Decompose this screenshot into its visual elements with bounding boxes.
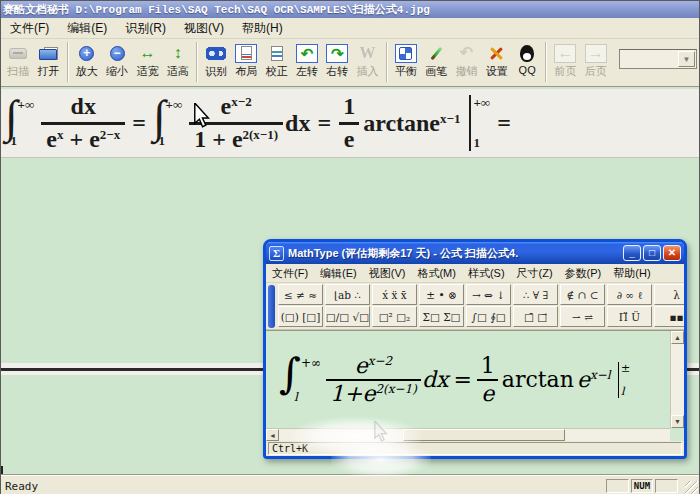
zoom-in-button[interactable]: + 放大	[72, 40, 102, 84]
settings-button[interactable]: 设置	[482, 40, 512, 84]
mt-menu-view[interactable]: 视图(V)	[363, 264, 412, 283]
pen-button[interactable]: 画笔	[421, 40, 451, 84]
template-fences[interactable]: (□) [□]	[278, 306, 323, 327]
prev-page-button[interactable]: ← 前页	[550, 40, 580, 84]
toolbar-separator	[67, 42, 69, 82]
close-button[interactable]: ✕	[663, 245, 681, 261]
qq-penguin-icon	[515, 43, 539, 63]
qq-button[interactable]: QQ	[512, 40, 542, 84]
scanned-image-strip: ∫ +∞1 dx ex + e2−x = ∫ +∞1 ex−2 1 + e2(x…	[1, 89, 699, 157]
insert-word-icon: W	[356, 43, 380, 63]
scan-button[interactable]: 扫描	[3, 40, 33, 84]
mathtype-window[interactable]: Σ MathType (评估期剩余17 天) - 公式 扫描公式4. _ □ ✕…	[263, 239, 687, 459]
maximize-button[interactable]: □	[643, 245, 661, 261]
toolbar-separator	[196, 42, 198, 82]
fit-width-button[interactable]: ↔ 适宽	[132, 40, 162, 84]
mt-menu-size[interactable]: 尺寸(Z)	[511, 264, 559, 283]
fit-width-icon: ↔	[135, 43, 159, 63]
template-overbars[interactable]: □̄ □⃗	[513, 306, 558, 327]
undo-icon: ↶	[455, 43, 479, 63]
zoom-out-icon: −	[105, 43, 129, 63]
evaluation-bar: +∞1	[469, 95, 490, 151]
mathtype-title-bar[interactable]: Σ MathType (评估期剩余17 天) - 公式 扫描公式4. _ □ ✕	[266, 242, 684, 264]
open-folder-icon	[36, 43, 60, 63]
palette-spaces[interactable]: ⌊ab ∴	[325, 284, 370, 305]
insert-button[interactable]: W 插入	[352, 40, 382, 84]
recognize-button[interactable]: 识别	[201, 40, 231, 84]
calibrate-doc-icon	[265, 43, 289, 63]
status-panel-empty	[606, 479, 629, 493]
template-labeled-arrows[interactable]: ⇀ ⇌	[560, 306, 605, 327]
resize-grip[interactable]	[685, 481, 698, 494]
toolbar-grip-handle[interactable]	[268, 285, 275, 328]
template-sums[interactable]: Σ□ Σ□	[419, 306, 464, 327]
scroll-down-icon[interactable]: ▼	[671, 415, 684, 428]
fit-height-icon: ↕	[166, 43, 190, 63]
horizontal-scrollbar[interactable]: ◄	[266, 428, 670, 441]
recognize-binoculars-icon	[204, 43, 228, 63]
fraction-3: 1 e	[338, 93, 360, 153]
palette-logic[interactable]: ∴ ∀ ∃	[513, 284, 558, 305]
calibrate-button[interactable]: 校正	[262, 40, 292, 84]
vertical-scrollbar[interactable]: ▲ ▼	[670, 331, 684, 428]
layout-button[interactable]: 布局	[231, 40, 261, 84]
menu-file[interactable]: 文件(F)	[1, 18, 58, 39]
template-fractions-radicals[interactable]: □∕□ √□	[325, 306, 370, 327]
menu-help[interactable]: 帮助(H)	[233, 18, 292, 39]
palette-operators[interactable]: ± • ⊗	[419, 284, 464, 305]
menu-recognize[interactable]: 识别(R)	[116, 18, 175, 39]
scroll-up-icon[interactable]: ▲	[671, 331, 684, 344]
palette-embellishments[interactable]: x́ ẍ x̄	[372, 284, 417, 305]
template-integrals[interactable]: ∫□ ∮□	[466, 306, 511, 327]
undo-button[interactable]: ↶ 撤销	[451, 40, 481, 84]
mouse-cursor-icon	[193, 103, 211, 129]
mt-menu-style[interactable]: 样式(S)	[462, 264, 511, 283]
mt-menu-format[interactable]: 格式(M)	[411, 264, 462, 283]
mathtype-app-icon: Σ	[269, 246, 284, 261]
mathtype-title: MathType (评估期剩余17 天) - 公式 扫描公式4.	[288, 246, 621, 261]
balance-button[interactable]: 平衡	[391, 40, 421, 84]
rotate-right-button[interactable]: ↷ 右转	[322, 40, 352, 84]
mt-integral: ∫ +∞l	[279, 355, 321, 405]
menu-bar: 文件(F) 编辑(E) 识别(R) 视图(V) 帮助(H)	[1, 18, 699, 39]
mathtype-edit-area[interactable]: ∫ +∞l ex−2 1+e2(x−1) dx = 1 e	[266, 330, 684, 441]
palette-relational[interactable]: ≤ ≠ ≈	[278, 284, 323, 305]
fit-height-button[interactable]: ↕ 适高	[163, 40, 193, 84]
menu-edit[interactable]: 编辑(E)	[58, 18, 116, 39]
mt-menu-preferences[interactable]: 参数(P)	[559, 264, 608, 283]
rotate-right-icon: ↷	[325, 43, 349, 63]
toolbar-separator	[545, 42, 547, 82]
page-edge-mark	[1, 466, 3, 475]
document-canvas[interactable]: ∫ +∞1 dx ex + e2−x = ∫ +∞1 ex−2 1 + e2(x…	[1, 87, 699, 475]
title-bar[interactable]: 赛酷文档秘书 D:\Program Files\SAQ Tech\SAQ OCR…	[1, 1, 699, 18]
minimize-button[interactable]: _	[623, 245, 641, 261]
status-bar: Ready NUM	[1, 475, 699, 494]
template-products[interactable]: Π̈ Ü	[607, 306, 652, 327]
mathtype-status-text: Ctrl+K	[268, 442, 682, 455]
palette-greek[interactable]: λ	[654, 284, 684, 305]
integral-2: ∫ +∞1	[153, 96, 182, 150]
chevron-down-icon[interactable]: ▼	[678, 51, 695, 67]
mt-fraction-1e: 1 e	[477, 353, 499, 406]
scroll-left-icon[interactable]: ◄	[266, 429, 279, 441]
template-scripts[interactable]: □² □₂	[372, 306, 417, 327]
mathtype-toolbar: ≤ ≠ ≈ ⌊ab ∴ x́ ẍ x̄ ± • ⊗ → ⇔ ↓ ∴ ∀ ∃ ∉ …	[266, 283, 684, 330]
scanner-icon	[6, 43, 30, 63]
page-combobox[interactable]: ▼	[619, 49, 697, 69]
faint-cursor-icon	[373, 421, 389, 443]
scrollbar-thumb[interactable]	[403, 429, 565, 441]
palette-set-theory[interactable]: ∉ ∩ ⊂	[560, 284, 605, 305]
zoom-out-button[interactable]: − 缩小	[102, 40, 132, 84]
mt-menu-help[interactable]: 帮助(H)	[607, 264, 656, 283]
fraction-1: dx ex + e2−x	[41, 93, 125, 153]
toolbar-separator	[386, 42, 388, 82]
mt-menu-file[interactable]: 文件(F)	[266, 264, 314, 283]
template-matrices[interactable]: ▪▪	[654, 306, 684, 327]
open-button[interactable]: 打开	[33, 40, 63, 84]
menu-view[interactable]: 视图(V)	[175, 18, 233, 39]
mt-menu-edit[interactable]: 编辑(E)	[314, 264, 363, 283]
palette-arrows[interactable]: → ⇔ ↓	[466, 284, 511, 305]
palette-misc[interactable]: ∂ ∞ ℓ	[607, 284, 652, 305]
rotate-left-button[interactable]: ↶ 左转	[292, 40, 322, 84]
next-page-button[interactable]: → 后页	[581, 40, 611, 84]
